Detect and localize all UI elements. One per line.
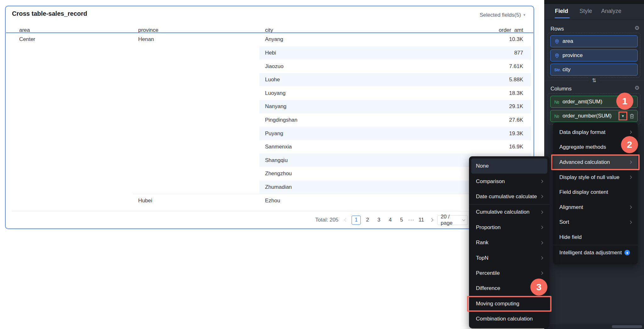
tab-style[interactable]: Style	[579, 8, 592, 14]
pin-icon	[554, 53, 562, 58]
cell-city: Pingdingshan	[265, 117, 297, 123]
ai-sparkle-icon	[624, 250, 630, 256]
cell-province: Hubei	[138, 198, 152, 204]
menu-item-label: Proportion	[476, 224, 500, 231]
menu-item-advanced-calculation[interactable]: Advanced calculation	[553, 155, 638, 170]
cell-city: Hebi	[265, 50, 276, 56]
cell-order-amt: 18.3K	[509, 90, 523, 96]
pagination-total: Total: 205	[315, 217, 339, 223]
cell-order-amt: 10.3K	[509, 36, 523, 43]
chevron-right-icon	[540, 241, 543, 244]
menu-item-label: Date cumulative calculate	[476, 193, 537, 200]
menu-item-label: Cumulative calculation	[476, 209, 529, 215]
table-bottom-border	[12, 211, 531, 211]
tab-field[interactable]: Field	[555, 8, 568, 14]
next-page-button[interactable]	[428, 216, 435, 225]
menu-item-label: Field display content	[559, 189, 608, 195]
menu-item-cumulative-calculation[interactable]: Cumulative calculation	[469, 205, 550, 220]
chevron-right-icon	[629, 176, 632, 179]
page-button-3[interactable]: 3	[374, 216, 383, 225]
cell-city: Jiaozuo	[265, 63, 284, 70]
columns-section-label: Columns	[551, 86, 572, 92]
menu-item-topn[interactable]: TopN	[469, 250, 550, 265]
page-button-2[interactable]: 2	[363, 216, 372, 225]
menu-item-alignment[interactable]: Alignment	[553, 200, 638, 215]
menu-item-label: Data display format	[559, 129, 605, 136]
trash-icon[interactable]	[629, 113, 635, 119]
pagination-bar: Total: 205 12345•••11 20 / page	[315, 215, 468, 225]
cell-order-amt: 27.6K	[509, 117, 523, 123]
numeric-icon: №	[554, 99, 562, 105]
cell-order-amt: 877	[514, 50, 523, 56]
menu-item-hide-field[interactable]: Hide field	[553, 230, 638, 245]
menu-item-rank[interactable]: Rank	[469, 235, 550, 250]
step-badge-2: 2	[621, 136, 638, 153]
pagination-ellipsis[interactable]: •••	[408, 218, 415, 222]
menu-item-date-cumulative-calculate[interactable]: Date cumulative calculate	[469, 189, 550, 204]
chevron-right-icon	[540, 272, 543, 275]
prev-page-button[interactable]	[342, 216, 349, 225]
field-chip-order-number-sum[interactable]: №order_number(SUM)▼	[550, 110, 638, 122]
cell-city: Anyang	[265, 36, 283, 43]
page-size-label: 20 / page	[441, 214, 463, 226]
row-stripe	[259, 73, 531, 87]
step-badge-1: 1	[616, 93, 633, 110]
cell-city: Sanmenxia	[265, 144, 292, 150]
menu-item-label: Sort	[559, 219, 569, 225]
chevron-right-icon	[540, 257, 543, 260]
menu-item-sort[interactable]: Sort	[553, 215, 638, 230]
caret-down-icon[interactable]: ▼	[621, 114, 625, 118]
menu-item-none[interactable]: None	[471, 159, 547, 174]
selected-fields-dropdown[interactable]: Selected fields(5)▼	[480, 12, 526, 18]
field-chip-province[interactable]: province	[550, 49, 638, 61]
chevron-right-icon	[629, 206, 632, 209]
menu-item-combination-calculation[interactable]: Combination calculation	[469, 311, 550, 326]
menu-item-moving-computing[interactable]: Moving computing	[469, 296, 550, 311]
swap-rows-columns-icon[interactable]: ⇅	[589, 77, 599, 84]
horizontal-scrollbar[interactable]	[550, 324, 644, 329]
scrollbar-thumb[interactable]	[612, 325, 642, 328]
menu-item-label: Rank	[476, 240, 489, 246]
pin-icon	[554, 39, 562, 44]
row-stripe	[259, 46, 531, 60]
menu-item-proportion[interactable]: Proportion	[469, 220, 550, 235]
chevron-right-icon	[430, 218, 433, 222]
page-button-4[interactable]: 4	[386, 216, 395, 225]
gear-icon[interactable]: ⚙	[635, 25, 640, 31]
menu-item-comparison[interactable]: Comparison	[469, 174, 550, 189]
page-size-select[interactable]: 20 / page	[437, 215, 468, 225]
menu-item-label: Moving computing	[476, 301, 519, 307]
cell-city: Nanyang	[265, 103, 286, 110]
menu-item-label: Comparison	[476, 178, 505, 185]
gear-icon[interactable]: ⚙	[635, 85, 640, 91]
menu-item-display-style-of-null-value[interactable]: Display style of null value	[553, 170, 638, 185]
field-chip-area[interactable]: area	[550, 35, 638, 47]
chevron-right-icon	[629, 131, 632, 134]
page-button-1[interactable]: 1	[352, 216, 361, 225]
string-icon: Str.	[554, 67, 562, 72]
field-chip-city[interactable]: Str.city	[550, 64, 638, 76]
cell-city: Puyang	[265, 130, 283, 137]
chevron-right-icon	[540, 180, 543, 183]
page-button-11[interactable]: 11	[417, 216, 426, 225]
cell-city: Luoyang	[265, 90, 285, 96]
chevron-left-icon	[344, 218, 348, 222]
cell-city: Shangqiu	[265, 157, 288, 164]
cell-city: Zhengzhou	[265, 170, 292, 177]
numeric-icon: №	[554, 113, 562, 119]
menu-item-label: Alignment	[559, 204, 583, 211]
cell-city: Luohe	[265, 77, 280, 83]
tab-analyze[interactable]: Analyze	[601, 8, 621, 14]
chevron-right-icon	[540, 195, 543, 198]
advanced-calculation-submenu: NoneComparisonDate cumulative calculateC…	[469, 156, 550, 328]
field-chip-label: order_number(SUM)	[562, 113, 619, 119]
menu-item-intelligent-data-adjustment[interactable]: Intelligent data adjustment	[553, 245, 638, 260]
cell-city: Ezhou	[265, 198, 280, 204]
page-button-5[interactable]: 5	[397, 216, 406, 225]
menu-item-label: Display style of null value	[559, 174, 619, 181]
menu-item-label: None	[476, 163, 489, 169]
caret-down-icon: ▼	[523, 13, 526, 17]
chevron-right-icon	[629, 221, 632, 224]
menu-item-field-display-content[interactable]: Field display content	[553, 185, 638, 200]
cell-order-amt: 7.61K	[509, 63, 523, 70]
